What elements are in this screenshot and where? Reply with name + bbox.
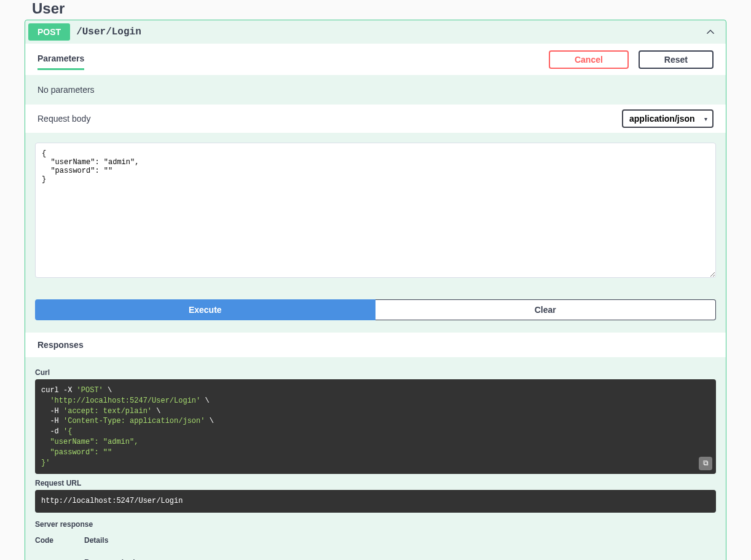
copy-icon[interactable]: ⧉ [699, 457, 712, 470]
tab-parameters[interactable]: Parameters [37, 49, 84, 70]
opblock-post: POST /User/Login Parameters Cancel Reset… [25, 20, 726, 560]
method-badge: POST [28, 23, 70, 41]
response-row: 200 Response body { "message": "密码不能为空",… [35, 550, 716, 560]
cancel-button[interactable]: Cancel [549, 50, 629, 69]
request-url-block: http://localhost:5247/User/Login [35, 490, 716, 513]
curl-label: Curl [35, 363, 716, 379]
operation-summary[interactable]: POST /User/Login [25, 20, 726, 44]
response-table-header: Code Details [35, 531, 716, 550]
content-type-select[interactable]: application/json [622, 109, 714, 128]
responses-header: Responses [25, 333, 726, 357]
code-col-header: Code [35, 536, 72, 545]
chevron-up-icon [704, 26, 717, 38]
request-body-row: Request body application/json ▾ [25, 105, 726, 133]
request-url-label: Request URL [35, 474, 716, 490]
clear-button[interactable]: Clear [376, 299, 717, 320]
response-body-label: Response body [84, 553, 716, 560]
request-body-textarea[interactable] [35, 143, 716, 278]
status-code: 200 [35, 553, 72, 560]
section-title: User [25, 0, 726, 20]
details-col-header: Details [84, 536, 108, 545]
curl-code-block: curl -X 'POST' \ 'http://localhost:5247/… [35, 379, 716, 474]
execute-button[interactable]: Execute [35, 299, 376, 320]
server-response-label: Server response [35, 513, 716, 531]
operation-path: /User/Login [76, 26, 704, 37]
request-body-label: Request body [37, 114, 90, 124]
tabs-row: Parameters Cancel Reset [25, 44, 726, 75]
reset-button[interactable]: Reset [639, 50, 714, 69]
no-parameters-label: No parameters [25, 75, 726, 105]
